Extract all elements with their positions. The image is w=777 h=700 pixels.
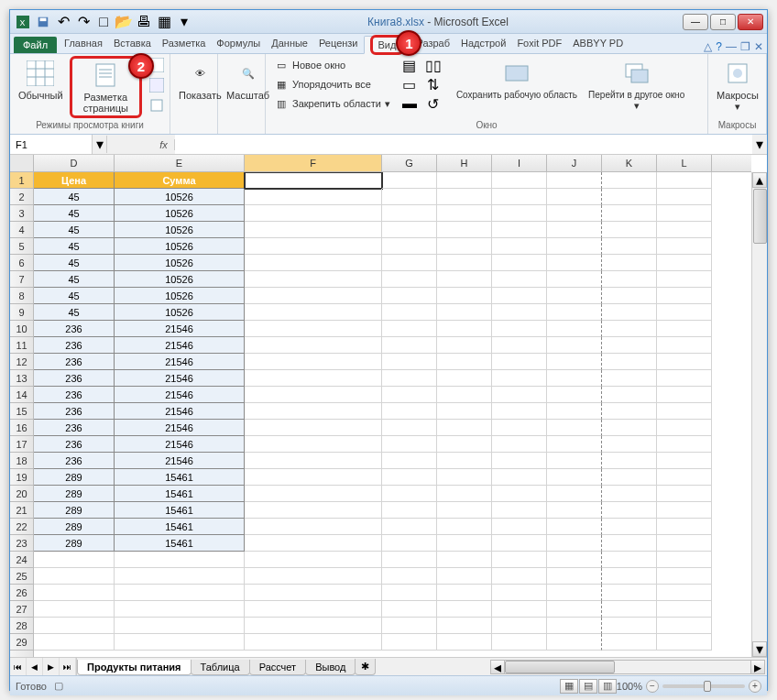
cell[interactable]	[492, 255, 547, 271]
cell[interactable]	[437, 403, 492, 420]
cell[interactable]	[437, 354, 492, 370]
row-header[interactable]: 29	[10, 634, 33, 651]
print-icon[interactable]: 🖶	[135, 13, 153, 31]
cell[interactable]	[382, 172, 437, 189]
row-header[interactable]: 6	[10, 255, 33, 271]
row-header[interactable]: 14	[10, 387, 33, 403]
ribbon-tab-формулы[interactable]: Формулы	[211, 35, 266, 53]
column-header-K[interactable]: K	[602, 155, 657, 171]
cell[interactable]	[437, 453, 492, 469]
cell[interactable]	[492, 453, 547, 469]
tab-next-icon[interactable]: ▶	[43, 658, 60, 675]
cell[interactable]	[657, 387, 712, 403]
cell[interactable]	[437, 189, 492, 205]
cell[interactable]: 21546	[115, 436, 245, 453]
worksheet[interactable]: DEFGHIJKL 123456789101112131415161718192…	[10, 155, 767, 657]
cell[interactable]	[657, 502, 712, 519]
cell[interactable]	[437, 304, 492, 321]
cell[interactable]: 45	[34, 222, 115, 238]
side-by-side-icon[interactable]: ▯▯	[424, 56, 443, 74]
cell[interactable]	[602, 502, 657, 519]
cell[interactable]	[437, 420, 492, 436]
cell[interactable]	[34, 634, 115, 651]
row-header[interactable]: 7	[10, 271, 33, 288]
cell[interactable]	[657, 189, 712, 205]
macros-button[interactable]: Макросы ▾	[712, 56, 763, 115]
cell[interactable]	[547, 205, 602, 222]
maximize-button[interactable]: □	[710, 14, 736, 30]
row-header[interactable]: 9	[10, 304, 33, 321]
cell[interactable]: 10526	[115, 238, 245, 255]
cell[interactable]	[547, 189, 602, 205]
cell[interactable]	[382, 370, 437, 387]
horizontal-scrollbar[interactable]: ◂ ▸	[490, 660, 765, 674]
ribbon-tab-надстрой[interactable]: Надстрой	[455, 35, 511, 53]
scroll-left-icon[interactable]: ◂	[490, 660, 505, 674]
cell[interactable]: 15461	[115, 535, 245, 552]
name-box[interactable]: F1	[10, 135, 93, 154]
cell[interactable]	[245, 601, 382, 618]
cell[interactable]	[437, 502, 492, 519]
cell[interactable]	[115, 601, 245, 618]
cell[interactable]	[492, 436, 547, 453]
cell[interactable]	[547, 486, 602, 502]
cell[interactable]	[437, 238, 492, 255]
cell[interactable]	[382, 271, 437, 288]
cell[interactable]	[382, 601, 437, 618]
select-all-corner[interactable]	[10, 155, 34, 172]
cell[interactable]	[245, 436, 382, 453]
row-header[interactable]: 22	[10, 519, 33, 535]
cell[interactable]: 289	[34, 469, 115, 486]
cell[interactable]	[657, 403, 712, 420]
workbook-close-icon[interactable]: ✕	[754, 40, 763, 53]
cell[interactable]	[382, 634, 437, 651]
tab-prev-icon[interactable]: ◀	[27, 658, 43, 675]
file-tab[interactable]: Файл	[14, 37, 57, 53]
cell[interactable]	[245, 304, 382, 321]
cell[interactable]	[547, 585, 602, 601]
cell[interactable]	[602, 354, 657, 370]
cell[interactable]: 21546	[115, 403, 245, 420]
cell[interactable]	[547, 370, 602, 387]
cell[interactable]: 10526	[115, 189, 245, 205]
cell[interactable]	[245, 535, 382, 552]
row-header[interactable]: 24	[10, 552, 33, 568]
vertical-scroll-thumb[interactable]	[753, 189, 767, 244]
insert-sheet-icon[interactable]: ✱	[355, 659, 376, 675]
cell[interactable]	[492, 618, 547, 634]
page-layout-view-icon[interactable]: ▤	[579, 679, 597, 694]
cell[interactable]	[382, 354, 437, 370]
cell[interactable]	[245, 205, 382, 222]
cell[interactable]	[437, 486, 492, 502]
cell[interactable]: Сумма	[115, 172, 245, 189]
cell[interactable]: 21546	[115, 321, 245, 337]
cell[interactable]	[602, 601, 657, 618]
switch-window-button[interactable]: Перейти в другое окно ▾	[584, 56, 689, 115]
cell[interactable]	[547, 453, 602, 469]
cell[interactable]	[245, 519, 382, 535]
cell[interactable]	[547, 420, 602, 436]
row-header[interactable]: 10	[10, 321, 33, 337]
column-header-I[interactable]: I	[492, 155, 547, 171]
cell[interactable]	[382, 535, 437, 552]
cell[interactable]	[34, 585, 115, 601]
cell[interactable]	[602, 304, 657, 321]
cell[interactable]	[245, 403, 382, 420]
cell[interactable]	[602, 189, 657, 205]
cell[interactable]	[492, 601, 547, 618]
formula-input[interactable]	[175, 135, 752, 154]
cell[interactable]	[547, 354, 602, 370]
cell[interactable]	[657, 288, 712, 304]
cell[interactable]	[34, 601, 115, 618]
cell[interactable]	[602, 271, 657, 288]
cell[interactable]	[437, 634, 492, 651]
split-icon[interactable]: ▤	[400, 56, 419, 74]
cell[interactable]: 45	[34, 288, 115, 304]
cell[interactable]	[602, 568, 657, 585]
cell[interactable]	[492, 337, 547, 354]
cell[interactable]	[602, 172, 657, 189]
cell[interactable]	[492, 189, 547, 205]
cell[interactable]	[657, 222, 712, 238]
scroll-down-icon[interactable]: ▾	[752, 641, 767, 657]
cell[interactable]	[602, 288, 657, 304]
